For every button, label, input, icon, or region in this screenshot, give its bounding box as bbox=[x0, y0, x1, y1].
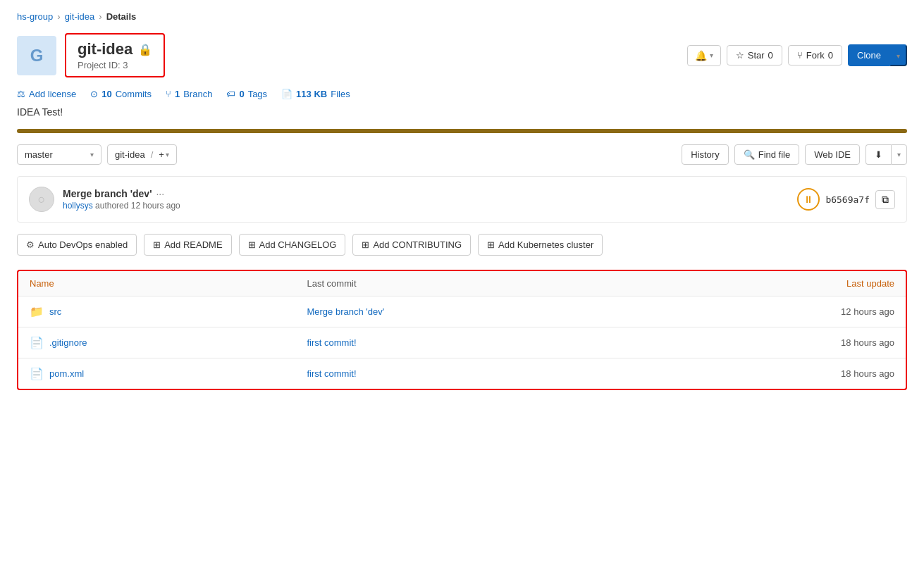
last-commit-link[interactable]: Merge branch 'dev' bbox=[307, 306, 384, 317]
clone-button[interactable]: Clone bbox=[848, 44, 889, 66]
file-link[interactable]: pom.xml bbox=[49, 368, 84, 379]
add-k8s-button[interactable]: ⊞ Add Kubernetes cluster bbox=[478, 234, 603, 256]
repo-toolbar: master ▾ git-idea / + ▾ History 🔍 Find f… bbox=[17, 144, 907, 165]
project-id: Project ID: 3 bbox=[78, 60, 152, 70]
plus-icon: ⊞ bbox=[248, 239, 256, 250]
file-icon: 📄 bbox=[281, 89, 292, 99]
file-icon: 📄 bbox=[30, 336, 44, 349]
branch-icon: ⑂ bbox=[166, 89, 171, 99]
project-description: IDEA Test! bbox=[17, 106, 907, 118]
clone-split-button: Clone ▾ bbox=[848, 44, 907, 66]
find-file-button[interactable]: 🔍 Find file bbox=[734, 144, 800, 165]
table-row: 📄 pom.xml first commit! 18 hours ago bbox=[18, 358, 906, 389]
project-left: G git-idea 🔒 Project ID: 3 bbox=[17, 33, 165, 77]
notification-button[interactable]: 🔔 ▾ bbox=[687, 45, 721, 66]
project-header: G git-idea 🔒 Project ID: 3 🔔 ▾ ☆ Star 0 … bbox=[17, 33, 907, 77]
last-update-cell: 12 hours ago bbox=[642, 296, 906, 327]
commits-icon: ⊙ bbox=[90, 89, 98, 99]
tags-link[interactable]: 🏷 0 Tags bbox=[226, 89, 267, 99]
chevron-down-icon: ▾ bbox=[166, 151, 169, 158]
commit-meta: hollysys authored 12 hours ago bbox=[63, 201, 180, 211]
clone-dropdown-arrow[interactable]: ▾ bbox=[889, 44, 907, 66]
search-icon: 🔍 bbox=[744, 149, 755, 160]
path-navigator: git-idea / + ▾ bbox=[107, 144, 177, 165]
add-changelog-button[interactable]: ⊞ Add CHANGELOG bbox=[239, 234, 346, 256]
breadcrumb-group[interactable]: hs-group bbox=[17, 11, 53, 22]
stats-bar: ⚖ Add license ⊙ 10 Commits ⑂ 1 Branch 🏷 … bbox=[17, 89, 907, 99]
file-icon: 📄 bbox=[30, 367, 44, 380]
download-icon: ⬇ bbox=[875, 149, 882, 160]
last-update-cell: 18 hours ago bbox=[642, 327, 906, 358]
avatar: G bbox=[17, 36, 56, 75]
gear-icon: ⚙ bbox=[26, 239, 35, 250]
commit-dots-button[interactable]: ··· bbox=[156, 188, 164, 199]
copy-hash-button[interactable]: ⧉ bbox=[875, 190, 895, 209]
toolbar-right: History 🔍 Find file Web IDE ⬇ ▾ bbox=[682, 144, 907, 165]
file-table-body: 📁 src Merge branch 'dev' 12 hours ago 📄 … bbox=[18, 296, 906, 389]
pipeline-status-button[interactable]: ⏸ bbox=[797, 188, 820, 211]
star-button[interactable]: ☆ Star 0 bbox=[727, 45, 782, 65]
quick-actions-row: ⚙ Auto DevOps enabled ⊞ Add README ⊞ Add… bbox=[17, 234, 907, 256]
file-name-cell: 📄 .gitignore bbox=[18, 327, 295, 358]
breadcrumb-repo[interactable]: git-idea bbox=[65, 11, 95, 22]
commit-hash: b6569a7f bbox=[825, 194, 870, 205]
commit-left: ○ Merge branch 'dev' ··· hollysys author… bbox=[29, 187, 180, 212]
col-last-update-header: Last update bbox=[642, 271, 906, 296]
last-commit-cell: first commit! bbox=[295, 327, 641, 358]
add-license-link[interactable]: ⚖ Add license bbox=[17, 89, 76, 99]
add-contributing-button[interactable]: ⊞ Add CONTRIBUTING bbox=[352, 234, 471, 256]
fork-icon: ⑂ bbox=[797, 50, 803, 61]
file-link[interactable]: .gitignore bbox=[49, 337, 87, 348]
branch-selector[interactable]: master ▾ bbox=[17, 144, 101, 165]
download-split-button: ⬇ ▾ bbox=[866, 144, 907, 165]
star-icon: ☆ bbox=[736, 50, 744, 61]
last-commit-cell: first commit! bbox=[295, 358, 641, 389]
files-link[interactable]: 📄 113 KB Files bbox=[281, 89, 350, 99]
breadcrumb-current: Details bbox=[106, 11, 137, 22]
last-commit-cell: Merge branch 'dev' bbox=[295, 296, 641, 327]
col-last-commit-header: Last commit bbox=[295, 271, 641, 296]
branches-link[interactable]: ⑂ 1 Branch bbox=[166, 89, 212, 99]
license-icon: ⚖ bbox=[17, 89, 25, 99]
col-name-header: Name bbox=[18, 271, 295, 296]
file-name-cell: 📁 src bbox=[18, 296, 295, 327]
fork-button[interactable]: ⑂ Fork 0 bbox=[788, 45, 842, 65]
bell-icon: 🔔 bbox=[695, 50, 707, 61]
commit-details: Merge branch 'dev' ··· hollysys authored… bbox=[63, 188, 180, 211]
download-button[interactable]: ⬇ bbox=[866, 144, 891, 165]
progress-bar bbox=[17, 129, 907, 133]
download-dropdown-arrow[interactable]: ▾ bbox=[891, 144, 907, 165]
last-commit-link[interactable]: first commit! bbox=[307, 337, 356, 348]
table-row: 📁 src Merge branch 'dev' 12 hours ago bbox=[18, 296, 906, 327]
project-actions: 🔔 ▾ ☆ Star 0 ⑂ Fork 0 Clone ▾ bbox=[687, 44, 907, 66]
last-commit-link[interactable]: first commit! bbox=[307, 368, 356, 379]
lock-icon: 🔒 bbox=[138, 43, 152, 56]
last-update-cell: 18 hours ago bbox=[642, 358, 906, 389]
chevron-down-icon: ▾ bbox=[710, 51, 713, 59]
file-table: Name Last commit Last update 📁 src Merge… bbox=[18, 271, 906, 389]
path-add-button[interactable]: + ▾ bbox=[159, 149, 169, 160]
commits-link[interactable]: ⊙ 10 Commits bbox=[90, 89, 152, 99]
plus-icon: ⊞ bbox=[487, 239, 495, 250]
breadcrumb: hs-group › git-idea › Details bbox=[17, 11, 907, 22]
folder-icon: 📁 bbox=[30, 305, 44, 318]
chevron-down-icon: ▾ bbox=[90, 151, 94, 158]
project-name: git-idea 🔒 bbox=[78, 40, 152, 58]
history-button[interactable]: History bbox=[682, 144, 728, 165]
commit-avatar: ○ bbox=[29, 187, 54, 212]
chevron-down-icon: ▾ bbox=[897, 52, 900, 60]
auto-devops-button[interactable]: ⚙ Auto DevOps enabled bbox=[17, 234, 137, 256]
web-ide-button[interactable]: Web IDE bbox=[805, 144, 860, 165]
table-header-row: Name Last commit Last update bbox=[18, 271, 906, 296]
file-link[interactable]: src bbox=[49, 306, 61, 317]
chevron-down-icon: ▾ bbox=[897, 151, 901, 158]
plus-icon: ⊞ bbox=[362, 239, 369, 250]
commit-info: ○ Merge branch 'dev' ··· hollysys author… bbox=[17, 176, 907, 223]
add-readme-button[interactable]: ⊞ Add README bbox=[144, 234, 231, 256]
tag-icon: 🏷 bbox=[226, 89, 235, 99]
file-table-wrapper: Name Last commit Last update 📁 src Merge… bbox=[17, 270, 907, 390]
commit-right: ⏸ b6569a7f ⧉ bbox=[797, 188, 895, 211]
project-info-box: git-idea 🔒 Project ID: 3 bbox=[65, 33, 165, 77]
toolbar-left: master ▾ git-idea / + ▾ bbox=[17, 144, 177, 165]
commit-author-link[interactable]: hollysys bbox=[63, 201, 93, 211]
